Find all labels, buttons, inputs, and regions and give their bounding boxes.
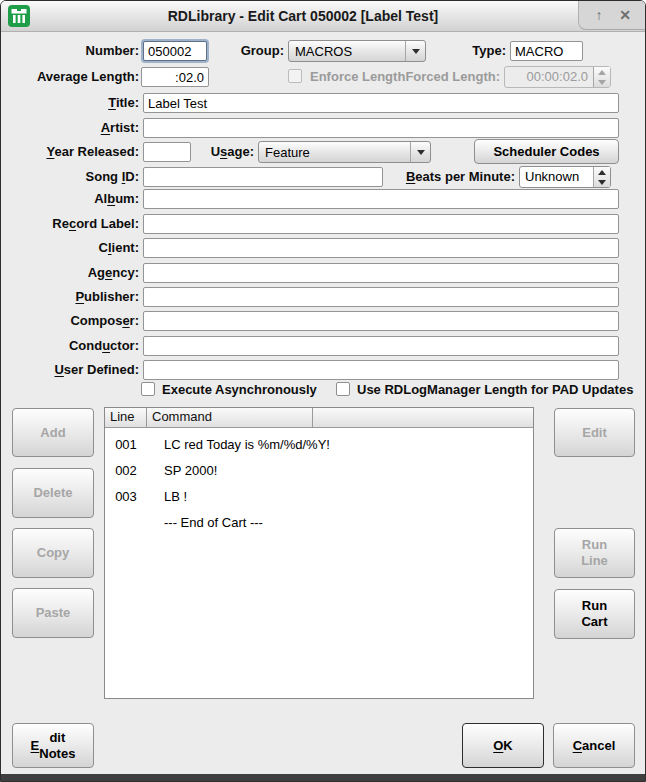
- usage-select-value: Feature: [259, 145, 410, 160]
- line-number: 001: [105, 432, 147, 458]
- command-text: LB !: [147, 484, 187, 510]
- spin-up-icon[interactable]: [594, 167, 610, 177]
- table-row[interactable]: 001 LC red Today is %m/%d/%Y!: [105, 432, 533, 458]
- window-bottom-edge: [1, 774, 645, 781]
- spin-down-icon: [594, 77, 610, 87]
- table-row-end-of-cart[interactable]: --- End of Cart ---: [105, 510, 533, 536]
- cancel-button[interactable]: Cancel: [553, 723, 635, 768]
- shade-button[interactable]: ↑: [587, 5, 611, 26]
- window-title: RDLibrary - Edit Cart 050002 [Label Test…: [41, 1, 565, 31]
- enforce-length-checkbox: [288, 69, 302, 83]
- agency-label: Agency:: [1, 263, 139, 283]
- song-id-field[interactable]: [143, 167, 383, 187]
- composer-field[interactable]: [143, 311, 619, 331]
- beats-per-minute-spinner[interactable]: Unknown: [519, 166, 611, 188]
- title-label: Title:: [1, 93, 139, 113]
- group-select[interactable]: MACROS: [288, 40, 426, 62]
- publisher-field[interactable]: [143, 287, 619, 307]
- edit-notes-button[interactable]: EditNotes: [12, 723, 94, 768]
- column-header-command[interactable]: Command: [147, 408, 313, 427]
- column-header-line[interactable]: Line: [105, 408, 147, 427]
- number-field[interactable]: [143, 41, 207, 61]
- column-header-blank: [313, 408, 533, 427]
- macro-table[interactable]: Line Command 001 LC red Today is %m/%d/%…: [104, 407, 534, 699]
- usage-select[interactable]: Feature: [258, 141, 431, 163]
- delete-button: Delete: [12, 468, 94, 518]
- record-label-field[interactable]: [143, 214, 619, 234]
- average-length-field[interactable]: [141, 67, 209, 87]
- average-length-label: Average Length:: [1, 67, 139, 87]
- type-label: Type:: [441, 41, 506, 61]
- forced-length-spinner: 00:00:02.0: [504, 66, 611, 88]
- execute-asynchronously-label: Execute Asynchronously: [162, 382, 317, 397]
- album-label: Album:: [1, 189, 139, 209]
- execute-asynchronously-checkbox[interactable]: [141, 382, 155, 396]
- edit-button: Edit: [554, 408, 635, 457]
- table-row[interactable]: 002 SP 2000!: [105, 458, 533, 484]
- copy-button: Copy: [12, 528, 94, 578]
- edit-cart-window: RDLibrary - Edit Cart 050002 [Label Test…: [0, 0, 646, 782]
- group-select-value: MACROS: [289, 44, 405, 59]
- song-id-label: Song ID:: [1, 167, 139, 187]
- forced-length-value: 00:00:02.0: [505, 67, 593, 87]
- album-field[interactable]: [143, 189, 619, 209]
- rdlogmanager-pad-label: Use RDLogManager Length for PAD Updates: [357, 382, 633, 397]
- table-body: 001 LC red Today is %m/%d/%Y! 002 SP 200…: [105, 428, 533, 536]
- group-label: Group:: [201, 41, 284, 61]
- record-label-label: Record Label:: [1, 214, 139, 234]
- artist-field[interactable]: [143, 118, 619, 138]
- user-defined-field[interactable]: [143, 360, 619, 380]
- command-text: SP 2000!: [147, 458, 217, 484]
- publisher-label: Publisher:: [1, 287, 139, 307]
- rdlogmanager-pad-checkbox[interactable]: [336, 382, 350, 396]
- scheduler-codes-button[interactable]: Scheduler Codes: [474, 139, 619, 164]
- user-defined-label: User Defined:: [1, 360, 139, 380]
- conductor-field[interactable]: [143, 336, 619, 356]
- beats-per-minute-label: Beats per Minute:: [371, 167, 515, 187]
- line-number: 003: [105, 484, 147, 510]
- forced-length-label: Forced Length:: [351, 67, 500, 87]
- type-field[interactable]: [510, 41, 583, 61]
- line-number: [105, 510, 147, 536]
- spin-up-icon: [594, 67, 610, 77]
- add-button: Add: [12, 408, 94, 457]
- command-text: --- End of Cart ---: [147, 510, 263, 536]
- number-label: Number:: [1, 41, 139, 61]
- table-row[interactable]: 003 LB !: [105, 484, 533, 510]
- beats-per-minute-value: Unknown: [520, 167, 593, 187]
- forced-length-spin-buttons: [593, 67, 610, 87]
- conductor-label: Conductor:: [1, 336, 139, 356]
- run-cart-button[interactable]: RunCart: [554, 589, 635, 639]
- year-released-label: Year Released:: [1, 142, 139, 162]
- chevron-down-icon: [410, 142, 430, 162]
- client-label: Client:: [1, 238, 139, 258]
- artist-label: Artist:: [1, 118, 139, 138]
- command-text: LC red Today is %m/%d/%Y!: [147, 432, 330, 458]
- chevron-down-icon: [405, 41, 425, 61]
- paste-button: Paste: [12, 588, 94, 638]
- line-number: 002: [105, 458, 147, 484]
- usage-label: Usage:: [151, 142, 254, 162]
- title-field[interactable]: [143, 93, 619, 113]
- client-field[interactable]: [143, 238, 619, 258]
- ok-button[interactable]: OK: [462, 723, 544, 768]
- close-button[interactable]: ✕: [613, 5, 637, 26]
- run-line-button: RunLine: [554, 528, 635, 578]
- composer-label: Composer:: [1, 311, 139, 331]
- titlebar[interactable]: RDLibrary - Edit Cart 050002 [Label Test…: [1, 1, 645, 32]
- table-header: Line Command: [105, 408, 533, 428]
- agency-field[interactable]: [143, 263, 619, 283]
- bpm-spin-buttons: [593, 167, 610, 187]
- spin-down-icon[interactable]: [594, 177, 610, 187]
- rivendell-app-icon: [8, 5, 30, 27]
